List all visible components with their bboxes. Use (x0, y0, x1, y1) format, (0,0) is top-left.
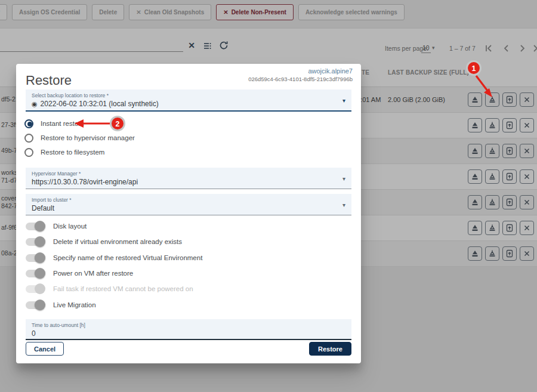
toggle-specify-name[interactable]: Specify name of the restored Virtual Env… (26, 252, 202, 263)
backup-location-label: Select backup location to restore * (32, 92, 345, 98)
import-to-cluster-label: Import to cluster * (32, 197, 345, 203)
import-to-cluster-select[interactable]: Import to cluster * Default ▾ (26, 194, 351, 215)
radio-restore-to-filesystem[interactable]: Restore to filesystem (24, 147, 104, 158)
toggle-icon (26, 270, 44, 277)
restore-dialog: Restore awojcik.alpine7 026d59c4-6c93-41… (16, 64, 361, 363)
restore-button[interactable]: Restore (309, 342, 351, 356)
toggle-fail-task-if-not-powered: Fail task if restored VM cannot be power… (26, 283, 193, 294)
toggle-power-on-vm[interactable]: Power on VM after restore (26, 268, 133, 279)
toggle-live-migration[interactable]: Live Migration (26, 300, 96, 310)
toggle-icon (26, 254, 44, 262)
toggle-icon (26, 301, 44, 309)
toggle-delete-if-exists[interactable]: Delete if virtual environment already ex… (26, 236, 182, 247)
toggle-label: Power on VM after restore (53, 270, 133, 277)
toggle-icon (26, 238, 44, 246)
backup-location-value: 2022-06-02 10:32:01 (local synthetic) (41, 100, 159, 108)
radio-button-icon (24, 119, 33, 128)
hypervisor-manager-select[interactable]: Hypervisor Manager * https://10.30.0.78/… (26, 168, 351, 189)
auto-umount-value: 0 (32, 329, 36, 338)
hypervisor-manager-value: https://10.30.0.78/ovirt-engine/api (32, 178, 138, 186)
import-to-cluster-value: Default (32, 204, 54, 212)
radio-button-icon (24, 134, 33, 143)
radio-restore-to-hypervisor-manager[interactable]: Restore to hypervisor manager (24, 132, 135, 143)
auto-umount-label: Time to auto-umount [h] (32, 322, 345, 328)
chevron-down-icon: ▾ (342, 201, 345, 208)
radio-label: Instant restore (41, 120, 85, 127)
toggle-label: Disk layout (53, 223, 87, 230)
radio-selected-icon: ◉ (32, 101, 38, 107)
chevron-down-icon: ▾ (342, 175, 345, 181)
vm-name: awojcik.alpine7 (308, 67, 353, 75)
toggle-label: Live Migration (53, 301, 96, 308)
backup-location-select[interactable]: Select backup location to restore * ◉ 20… (26, 89, 351, 112)
toggle-label: Fail task if restored VM cannot be power… (53, 285, 193, 292)
cancel-button[interactable]: Cancel (26, 342, 64, 356)
auto-umount-field[interactable]: Time to auto-umount [h] 0 (26, 319, 351, 340)
toggle-label: Specify name of the restored Virtual Env… (53, 254, 202, 261)
radio-label: Restore to filesystem (41, 149, 104, 156)
radio-instant-restore[interactable]: Instant restore (24, 118, 85, 129)
toggle-disk-layout[interactable]: Disk layout (26, 221, 87, 232)
dialog-title: Restore (26, 73, 72, 88)
toggle-icon (26, 285, 44, 293)
app-root: y Assign OS Credential Delete ✕ Clean Ol… (0, 0, 537, 392)
radio-label: Restore to hypervisor manager (41, 134, 135, 141)
hypervisor-manager-label: Hypervisor Manager * (32, 171, 345, 177)
chevron-down-icon: ▾ (342, 97, 345, 103)
radio-button-icon (24, 148, 33, 157)
vm-uuid: 026d59c4-6c93-4101-8df5-219c3df7996b (248, 76, 353, 82)
toggle-icon (26, 223, 44, 230)
toggle-label: Delete if virtual environment already ex… (53, 238, 182, 245)
